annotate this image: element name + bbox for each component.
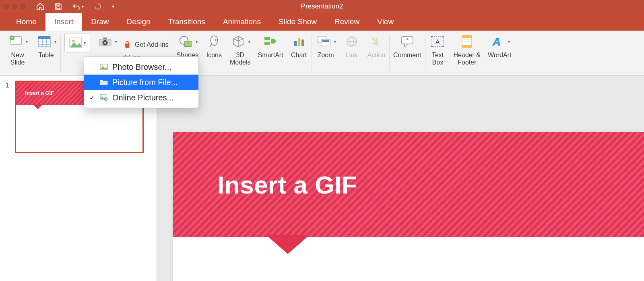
svg-rect-0	[57, 4, 59, 6]
link-label: Link	[346, 52, 357, 59]
repeat-icon[interactable]	[94, 3, 101, 10]
wordart-button[interactable]: A ▾ WordArt	[488, 33, 511, 59]
zoom-label: Zoom	[318, 52, 334, 59]
svg-point-36	[101, 65, 103, 67]
icons-icon	[206, 33, 223, 50]
document-title: Presentation2	[301, 2, 343, 10]
svg-rect-32	[462, 35, 472, 38]
action-label: Action	[367, 52, 385, 59]
svg-rect-17	[294, 41, 297, 46]
svg-rect-18	[298, 38, 300, 46]
chart-icon	[291, 33, 308, 50]
svg-point-29	[431, 46, 433, 47]
svg-text:A: A	[436, 39, 440, 46]
svg-point-27	[431, 36, 433, 37]
table-button[interactable]: ▾ Table	[36, 33, 56, 59]
svg-rect-13	[185, 41, 191, 47]
action-button[interactable]: Action	[367, 33, 385, 59]
qat-customize-icon[interactable]: ▾	[112, 4, 114, 9]
pictures-icon	[69, 37, 82, 48]
svg-point-11	[104, 42, 106, 44]
menu-photo-browser[interactable]: Photo Browser...	[84, 59, 198, 75]
header-footer-button[interactable]: Header & Footer	[453, 33, 481, 67]
3d-models-button[interactable]: ▾ 3D Models	[230, 33, 251, 67]
svg-point-7	[72, 40, 74, 43]
zoom-button[interactable]: ▾ Zoom	[316, 33, 336, 59]
smartart-label: SmartArt	[258, 52, 283, 59]
new-slide-label: New Slide	[10, 52, 25, 67]
svg-text:A: A	[492, 35, 501, 48]
tab-review[interactable]: Review	[326, 13, 368, 31]
slide-canvas[interactable]: Insert a GIF	[173, 132, 644, 281]
svg-rect-5	[38, 36, 50, 39]
3d-models-label: 3D Models	[230, 52, 251, 67]
wordart-label: WordArt	[488, 52, 511, 59]
tab-animations[interactable]: Animations	[214, 13, 270, 31]
menu-picture-from-file[interactable]: Picture from File...	[84, 75, 198, 90]
svg-rect-33	[462, 45, 472, 48]
cube-icon	[230, 33, 247, 50]
svg-rect-22	[322, 40, 329, 42]
icons-button[interactable]: Icons	[206, 33, 223, 59]
close-window-icon[interactable]	[4, 4, 9, 9]
text-box-button[interactable]: A Text Box	[429, 33, 446, 67]
screenshot-button[interactable]: ▾	[97, 33, 117, 50]
ribbon-tabs: Home Insert Draw Design Transitions Anim…	[0, 13, 644, 31]
screenshot-icon	[97, 33, 114, 50]
window-titlebar: ▾ ▾ Presentation2	[0, 0, 644, 13]
save-icon[interactable]	[55, 3, 62, 10]
svg-rect-9	[103, 37, 107, 40]
smartart-button[interactable]: SmartArt	[258, 33, 283, 59]
online-pictures-icon	[99, 93, 108, 102]
tab-view[interactable]: View	[368, 13, 402, 31]
tab-draw[interactable]: Draw	[82, 13, 118, 31]
get-addins-button[interactable]: Get Add-ins	[123, 40, 169, 49]
comment-button[interactable]: Comment	[393, 33, 421, 59]
tab-home[interactable]: Home	[7, 13, 45, 31]
text-box-label: Text Box	[432, 52, 444, 67]
get-addins-label: Get Add-ins	[135, 41, 169, 48]
tab-slideshow[interactable]: Slide Show	[270, 13, 326, 31]
shapes-icon	[177, 33, 194, 50]
undo-icon[interactable]: ▾	[72, 3, 84, 10]
table-icon	[36, 33, 53, 50]
link-button[interactable]: Link	[343, 33, 360, 59]
menu-online-pictures[interactable]: ✓ Online Pictures...	[84, 90, 198, 105]
header-footer-icon	[458, 33, 475, 50]
quick-access-toolbar: ▾ ▾	[36, 3, 114, 10]
home-icon[interactable]	[36, 3, 44, 10]
window-controls[interactable]	[0, 4, 25, 9]
svg-point-38	[101, 95, 102, 96]
svg-point-14	[215, 39, 217, 41]
thumb-slide-title: Insert a GIF	[25, 90, 54, 96]
folder-icon	[99, 78, 108, 87]
shapes-button[interactable]: ▾ Shapes	[177, 33, 198, 59]
link-icon	[343, 33, 360, 50]
chart-button[interactable]: Chart	[291, 33, 308, 59]
svg-rect-19	[301, 40, 304, 46]
header-footer-label: Header & Footer	[453, 52, 481, 67]
svg-rect-15	[264, 37, 270, 40]
svg-point-30	[442, 46, 444, 47]
text-box-icon: A	[429, 33, 446, 50]
tab-insert[interactable]: Insert	[45, 13, 83, 31]
wordart-icon: A	[489, 33, 506, 50]
svg-point-28	[442, 36, 444, 37]
tab-transitions[interactable]: Transitions	[159, 13, 214, 31]
check-icon: ✓	[88, 94, 95, 102]
new-slide-button[interactable]: ▾ New Slide	[7, 33, 28, 67]
slide-title[interactable]: Insert a GIF	[217, 171, 357, 199]
chart-label: Chart	[291, 52, 307, 59]
svg-rect-1	[57, 7, 60, 8]
minimize-window-icon[interactable]	[12, 4, 17, 9]
menu-item-label: Photo Browser...	[112, 62, 171, 72]
slide-canvas-area[interactable]: Insert a GIF	[157, 76, 644, 281]
tab-design[interactable]: Design	[118, 13, 159, 31]
pictures-dropdown: Photo Browser... Picture from File... ✓ …	[84, 56, 199, 108]
store-icon	[123, 40, 132, 49]
pictures-button[interactable]: ▾	[64, 33, 90, 52]
new-slide-icon	[7, 33, 24, 50]
action-icon	[368, 33, 385, 50]
zoom-icon	[316, 33, 332, 50]
zoom-window-icon[interactable]	[20, 4, 25, 9]
